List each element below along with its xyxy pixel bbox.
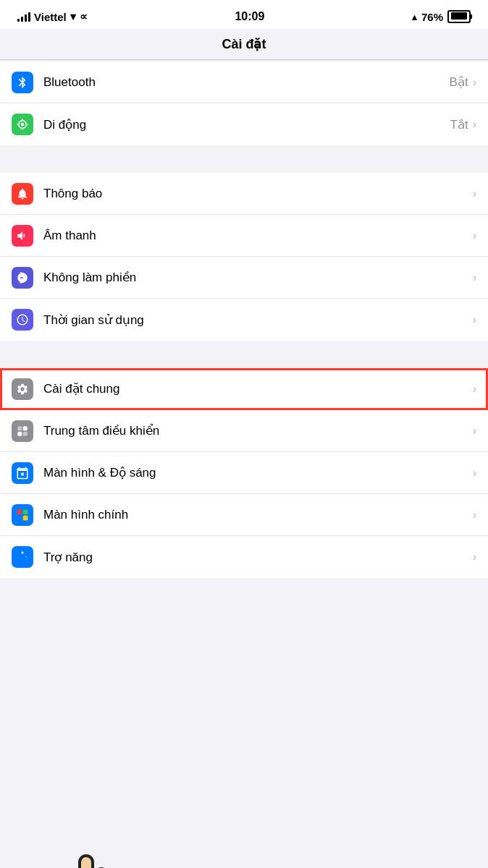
svg-point-1 [21,123,25,127]
general-settings-chevron: › [473,383,476,396]
home-screen-icon-bg [12,504,33,526]
accessibility-label: Trợ năng [43,550,473,565]
bluetooth-icon [16,76,29,89]
svg-rect-20 [17,509,22,514]
display-label: Màn hình & Độ sáng [43,465,473,480]
screentime-row[interactable]: Thời gian sử dụng › [0,299,488,341]
screentime-chevron: › [473,313,476,326]
nav-bar: Cài đặt [0,29,488,60]
home-screen-chevron: › [473,509,476,522]
svg-rect-23 [23,515,28,520]
screentime-icon-bg [12,309,33,331]
screentime-icon [16,313,29,326]
general-section: Cài đặt chung › Trung tâm điều khiển › [0,368,488,578]
home-screen-label: Màn hình chính [43,508,473,522]
carrier-name: Viettel [34,11,67,23]
dnd-icon-bg [12,267,33,289]
svg-rect-17 [17,431,22,435]
screentime-label: Thời gian sử dụng [43,312,473,328]
bluetooth-row[interactable]: Bluetooth Bật › [0,61,488,103]
signal-icon [17,12,30,22]
sounds-icon [16,229,29,242]
control-center-icon [16,425,29,438]
cellular-icon-bg [12,114,33,135]
cellular-row[interactable]: Di động Tắt › [0,103,488,145]
cellular-chevron: › [473,118,476,131]
display-row[interactable]: Màn hình & Độ sáng › [0,452,488,494]
control-center-label: Trung tâm điều khiển [43,423,473,438]
svg-point-24 [22,552,24,554]
control-center-icon-bg [12,420,33,442]
sounds-label: Âm thanh [43,229,473,243]
location-icon: ▴ [412,12,417,22]
hand-pointer-annotation [43,834,138,868]
svg-rect-15 [17,426,22,430]
accessibility-icon-bg [12,546,33,568]
settings-list: Bluetooth Bật › Di động Tắt › [0,60,488,578]
battery-icon [447,10,471,23]
cellular-value: Tắt [450,117,468,132]
dnd-label: Không làm phiền [43,270,473,285]
display-icon-bg [12,462,33,484]
carrier-signal: Viettel ▾︎ ∝ [17,10,88,23]
system-section: Thông báo › Âm thanh › Không làm phiền › [0,173,488,341]
wifi-icon: ▾︎ [70,10,76,23]
accessibility-icon [16,550,29,563]
battery-percent: 76% [421,11,443,23]
status-bar: Viettel ▾︎ ∝ 10:09 ▴ 76% [0,0,488,29]
svg-point-19 [21,472,25,476]
dnd-icon [16,271,29,284]
accessibility-row[interactable]: Trợ năng › [0,536,488,578]
dnd-chevron: › [473,271,476,284]
control-center-chevron: › [473,425,476,438]
svg-rect-16 [23,426,28,430]
display-chevron: › [473,467,476,480]
notifications-icon [16,187,29,200]
bluetooth-value: Bật [450,75,468,90]
notifications-chevron: › [473,187,476,200]
home-screen-row[interactable]: Màn hình chính › [0,494,488,536]
status-indicators: ▴ 76% [412,10,471,23]
general-settings-label: Cài đặt chung [43,381,473,396]
bluetooth-chevron: › [473,76,476,89]
gap-1 [0,147,488,173]
status-time: 10:09 [235,10,264,23]
notifications-icon-bg [12,183,33,205]
gear-icon [16,383,29,396]
page-title: Cài đặt [222,37,266,51]
sounds-row[interactable]: Âm thanh › [0,215,488,257]
wifi-symbol: ∝ [80,10,88,23]
control-center-row[interactable]: Trung tâm điều khiển › [0,410,488,452]
sounds-icon-bg [12,225,33,247]
general-settings-row[interactable]: Cài đặt chung › [0,368,488,410]
connectivity-section: Bluetooth Bật › Di động Tắt › [0,61,488,145]
gear-icon-bg [12,378,33,400]
cellular-icon [16,118,29,131]
sounds-chevron: › [473,229,476,242]
svg-rect-22 [17,515,22,520]
gap-2 [0,342,488,368]
notifications-row[interactable]: Thông báo › [0,173,488,215]
home-screen-icon [16,509,29,522]
svg-rect-18 [23,431,28,435]
svg-rect-7 [80,856,93,868]
cellular-label: Di động [43,117,450,132]
bluetooth-icon-bg [12,72,33,93]
dnd-row[interactable]: Không làm phiền › [0,257,488,299]
accessibility-chevron: › [473,550,476,563]
display-icon [16,467,29,480]
notifications-label: Thông báo [43,187,473,201]
svg-rect-21 [23,509,28,514]
bluetooth-label: Bluetooth [43,75,450,90]
